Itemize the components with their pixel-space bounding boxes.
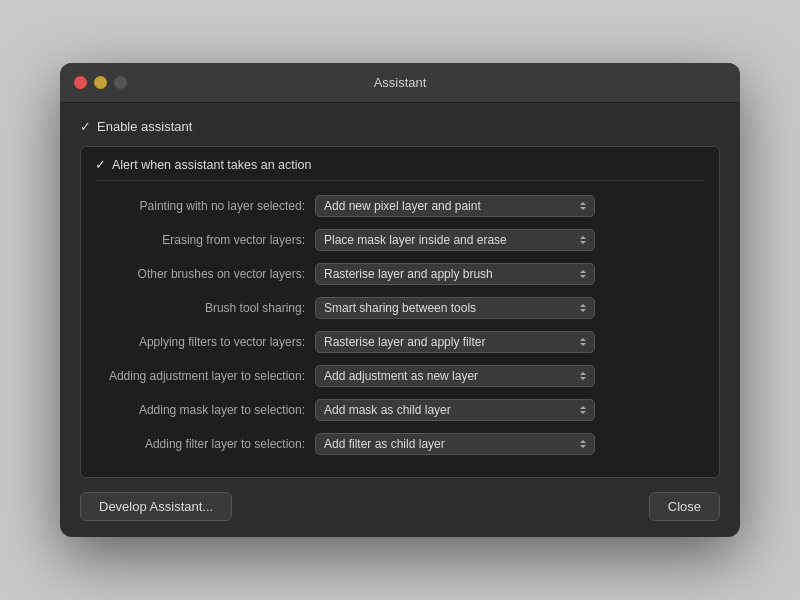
settings-row: Brush tool sharing:Smart sharing between… [95,293,705,323]
close-button[interactable]: Close [649,492,720,521]
develop-assistant-button[interactable]: Develop Assistant... [80,492,232,521]
settings-row: Adding adjustment layer to selection:Add… [95,361,705,391]
settings-row: Adding mask layer to selection:Add mask … [95,395,705,425]
enable-assistant-checkbox[interactable]: ✓ [80,119,91,134]
row-label-2: Other brushes on vector layers: [95,267,315,281]
row-label-4: Applying filters to vector layers: [95,335,315,349]
maximize-button[interactable] [114,76,127,89]
row-label-5: Adding adjustment layer to selection: [95,369,315,383]
row-select-1[interactable]: Place mask layer inside and eraseRasteri… [315,229,595,251]
row-label-0: Painting with no layer selected: [95,199,315,213]
settings-row: Erasing from vector layers:Place mask la… [95,225,705,255]
row-label-1: Erasing from vector layers: [95,233,315,247]
close-button[interactable] [74,76,87,89]
row-label-7: Adding filter layer to selection: [95,437,315,451]
footer: Develop Assistant... Close [80,492,720,521]
row-select-6[interactable]: Add mask as child layerDo nothingAsk [315,399,595,421]
titlebar: Assistant [60,63,740,103]
row-select-5[interactable]: Add adjustment as new layerDo nothingAsk [315,365,595,387]
settings-row: Applying filters to vector layers:Raster… [95,327,705,357]
row-select-0[interactable]: Add new pixel layer and paintDo nothingA… [315,195,595,217]
window-body: ✓ Enable assistant ✓ Alert when assistan… [60,103,740,537]
assistant-window: Assistant ✓ Enable assistant ✓ Alert whe… [60,63,740,537]
enable-assistant-label: Enable assistant [97,119,192,134]
enable-assistant-row: ✓ Enable assistant [80,119,720,134]
row-label-3: Brush tool sharing: [95,301,315,315]
row-select-4[interactable]: Rasterise layer and apply filterDo nothi… [315,331,595,353]
row-label-6: Adding mask layer to selection: [95,403,315,417]
settings-row: Adding filter layer to selection:Add fil… [95,429,705,459]
row-select-7[interactable]: Add filter as child layerDo nothingAsk [315,433,595,455]
settings-row: Painting with no layer selected:Add new … [95,191,705,221]
settings-row: Other brushes on vector layers:Rasterise… [95,259,705,289]
alert-checkbox[interactable]: ✓ [95,157,106,172]
settings-panel: ✓ Alert when assistant takes an action P… [80,146,720,478]
row-select-3[interactable]: Smart sharing between toolsNo sharingAsk [315,297,595,319]
alert-label: Alert when assistant takes an action [112,158,311,172]
row-select-2[interactable]: Rasterise layer and apply brushDo nothin… [315,263,595,285]
traffic-lights [74,76,127,89]
window-title: Assistant [374,75,427,90]
alert-row: ✓ Alert when assistant takes an action [95,157,705,181]
minimize-button[interactable] [94,76,107,89]
settings-rows: Painting with no layer selected:Add new … [95,191,705,459]
